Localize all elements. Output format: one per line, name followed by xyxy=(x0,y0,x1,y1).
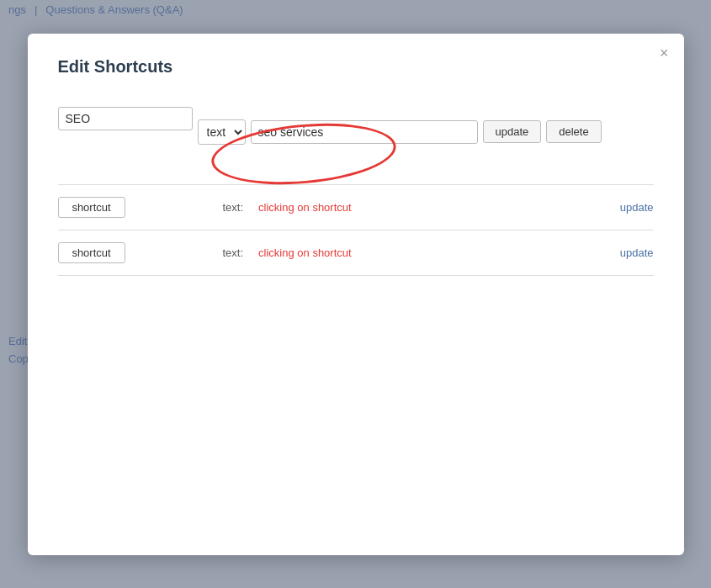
shortcut-name-input[interactable] xyxy=(58,107,193,130)
shortcut-row: shortcut text: clicking on shortcut upda… xyxy=(58,230,654,276)
type-select[interactable]: text link xyxy=(198,119,246,145)
shortcut-row: shortcut text: clicking on shortcut upda… xyxy=(58,185,654,230)
shortcut-badge-1: shortcut xyxy=(58,197,125,218)
shortcut-type-label-1: text: xyxy=(223,201,244,214)
shortcut-value-input[interactable] xyxy=(251,120,478,144)
modal-overlay: × Edit Shortcuts text link update delete… xyxy=(0,0,711,588)
shortcut-list: shortcut text: clicking on shortcut upda… xyxy=(58,184,654,276)
modal-close-button[interactable]: × xyxy=(660,45,669,61)
modal-dialog: × Edit Shortcuts text link update delete… xyxy=(28,34,684,555)
shortcut-value-text-1: clicking on shortcut xyxy=(258,201,352,214)
update-button[interactable]: update xyxy=(483,120,542,143)
delete-button[interactable]: delete xyxy=(546,120,601,143)
shortcut-update-link-2[interactable]: update xyxy=(620,246,654,259)
shortcut-update-link-1[interactable]: update xyxy=(620,201,654,214)
shortcut-type-label-2: text: xyxy=(223,246,244,259)
shortcut-badge-2: shortcut xyxy=(58,242,125,263)
shortcut-value-text-2: clicking on shortcut xyxy=(258,246,352,259)
edit-form-row: text link update delete xyxy=(58,107,654,157)
modal-title: Edit Shortcuts xyxy=(58,57,654,77)
